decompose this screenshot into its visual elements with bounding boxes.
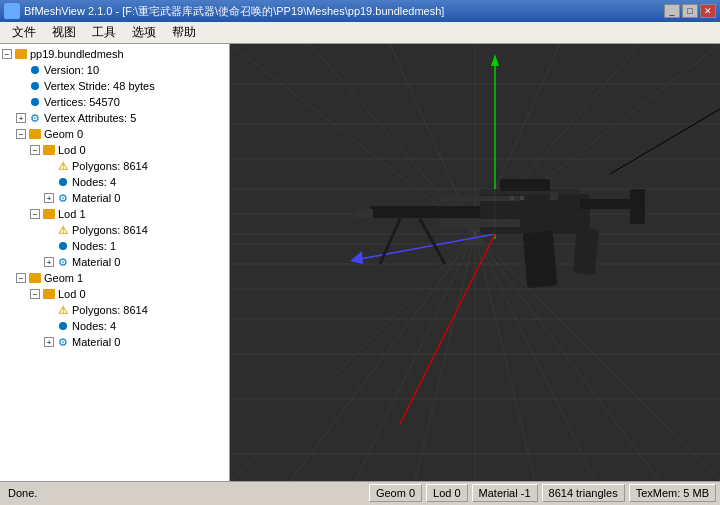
- svg-rect-43: [440, 196, 520, 201]
- menu-help[interactable]: 帮助: [164, 22, 204, 43]
- tree-node-root[interactable]: −pp19.bundledmesh: [2, 46, 227, 62]
- node-label-poly0: Polygons: 8614: [72, 160, 148, 172]
- tree-panel[interactable]: −pp19.bundledmeshVersion: 10Vertex Strid…: [0, 44, 230, 481]
- cog-icon: ⚙: [58, 192, 68, 205]
- cog-icon: ⚙: [30, 112, 40, 125]
- node-icon-version: [28, 63, 42, 77]
- svg-rect-45: [500, 179, 550, 191]
- node-label-nodes1: Nodes: 1: [72, 240, 116, 252]
- tree-node-mat0g1[interactable]: +⚙Material 0: [2, 334, 227, 350]
- node-icon-geom1: [28, 271, 42, 285]
- tree-node-nodes1[interactable]: Nodes: 1: [2, 238, 227, 254]
- tree-node-mat0[interactable]: +⚙Material 0: [2, 190, 227, 206]
- menu-tools[interactable]: 工具: [84, 22, 124, 43]
- folder-icon: [43, 209, 55, 219]
- node-icon-nodes1: [56, 239, 70, 253]
- close-button[interactable]: ✕: [700, 4, 716, 18]
- node-label-mat0g1: Material 0: [72, 336, 120, 348]
- node-label-lod0: Lod 0: [58, 144, 86, 156]
- window-controls: _ □ ✕: [664, 4, 716, 18]
- maximize-button[interactable]: □: [682, 4, 698, 18]
- node-icon-lod0: [42, 143, 56, 157]
- expand-btn-root[interactable]: −: [2, 49, 12, 59]
- node-label-version: Version: 10: [44, 64, 99, 76]
- svg-rect-49: [550, 192, 558, 200]
- node-icon-root: [14, 47, 28, 61]
- node-label-mat1: Material 0: [72, 256, 120, 268]
- svg-rect-48: [355, 209, 373, 218]
- node-label-lod1: Lod 1: [58, 208, 86, 220]
- node-icon-lod0g1: [42, 287, 56, 301]
- dot-icon: [31, 82, 39, 90]
- expand-btn-geom1[interactable]: −: [16, 273, 26, 283]
- tree-node-lod0g1[interactable]: −Lod 0: [2, 286, 227, 302]
- svg-rect-50: [510, 196, 514, 200]
- expand-btn-vattrs[interactable]: +: [16, 113, 26, 123]
- svg-rect-40: [523, 231, 558, 288]
- warning-icon: ⚠: [58, 304, 68, 317]
- main-area: −pp19.bundledmeshVersion: 10Vertex Strid…: [0, 44, 720, 481]
- node-icon-mat1: ⚙: [56, 255, 70, 269]
- node-label-geom1: Geom 1: [44, 272, 83, 284]
- node-label-root: pp19.bundledmesh: [30, 48, 124, 60]
- status-bar: Done. Geom 0 Lod 0 Material -1 8614 tria…: [0, 481, 720, 503]
- tree-node-version[interactable]: Version: 10: [2, 62, 227, 78]
- triangles-badge: 8614 triangles: [542, 484, 625, 502]
- node-icon-nodes0g1: [56, 319, 70, 333]
- node-icon-poly0: ⚠: [56, 159, 70, 173]
- node-label-lod0g1: Lod 0: [58, 288, 86, 300]
- tree-node-nodes0g1[interactable]: Nodes: 4: [2, 318, 227, 334]
- tree-node-geom1[interactable]: −Geom 1: [2, 270, 227, 286]
- menu-file[interactable]: 文件: [4, 22, 44, 43]
- viewport[interactable]: .grid-h { stroke: #444; stroke-width: 0.…: [230, 44, 720, 481]
- node-label-nodes0: Nodes: 4: [72, 176, 116, 188]
- title-bar: BfMeshView 2.1.0 - [F:\重宅武器库武器\使命召唤的\PP1…: [0, 0, 720, 22]
- node-icon-poly0g1: ⚠: [56, 303, 70, 317]
- tree-node-lod1[interactable]: −Lod 1: [2, 206, 227, 222]
- expand-btn-lod1[interactable]: −: [30, 209, 40, 219]
- tree-node-geom0[interactable]: −Geom 0: [2, 126, 227, 142]
- tree-node-vattrs[interactable]: +⚙Vertex Attributes: 5: [2, 110, 227, 126]
- node-label-poly0g1: Polygons: 8614: [72, 304, 148, 316]
- node-label-vattrs: Vertex Attributes: 5: [44, 112, 136, 124]
- svg-rect-42: [440, 219, 520, 227]
- tree-node-poly0[interactable]: ⚠Polygons: 8614: [2, 158, 227, 174]
- node-label-poly1: Polygons: 8614: [72, 224, 148, 236]
- tree-node-lod0[interactable]: −Lod 0: [2, 142, 227, 158]
- node-icon-mat0g1: ⚙: [56, 335, 70, 349]
- warning-icon: ⚠: [58, 160, 68, 173]
- node-icon-vstride: [28, 79, 42, 93]
- expand-btn-lod0[interactable]: −: [30, 145, 40, 155]
- tree-node-poly1[interactable]: ⚠Polygons: 8614: [2, 222, 227, 238]
- warning-icon: ⚠: [58, 224, 68, 237]
- expand-btn-lod0g1[interactable]: −: [30, 289, 40, 299]
- node-icon-geom0: [28, 127, 42, 141]
- expand-btn-mat1[interactable]: +: [44, 257, 54, 267]
- node-label-geom0: Geom 0: [44, 128, 83, 140]
- expand-btn-mat0[interactable]: +: [44, 193, 54, 203]
- tree-node-vstride[interactable]: Vertex Stride: 48 bytes: [2, 78, 227, 94]
- minimize-button[interactable]: _: [664, 4, 680, 18]
- window-title: BfMeshView 2.1.0 - [F:\重宅武器库武器\使命召唤的\PP1…: [24, 4, 444, 19]
- expand-btn-mat0g1[interactable]: +: [44, 337, 54, 347]
- folder-icon: [15, 49, 27, 59]
- node-label-vstride: Vertex Stride: 48 bytes: [44, 80, 155, 92]
- tree-node-nodes0[interactable]: Nodes: 4: [2, 174, 227, 190]
- folder-icon: [43, 145, 55, 155]
- node-label-verts: Vertices: 54570: [44, 96, 120, 108]
- node-label-nodes0g1: Nodes: 4: [72, 320, 116, 332]
- dot-icon: [59, 242, 67, 250]
- menu-view[interactable]: 视图: [44, 22, 84, 43]
- tree-node-verts[interactable]: Vertices: 54570: [2, 94, 227, 110]
- menu-options[interactable]: 选项: [124, 22, 164, 43]
- cog-icon: ⚙: [58, 336, 68, 349]
- dot-icon: [31, 98, 39, 106]
- tree-node-mat1[interactable]: +⚙Material 0: [2, 254, 227, 270]
- node-icon-nodes0: [56, 175, 70, 189]
- node-icon-mat0: ⚙: [56, 191, 70, 205]
- tree-node-poly0g1[interactable]: ⚠Polygons: 8614: [2, 302, 227, 318]
- expand-btn-geom0[interactable]: −: [16, 129, 26, 139]
- cog-icon: ⚙: [58, 256, 68, 269]
- node-label-mat0: Material 0: [72, 192, 120, 204]
- folder-icon: [43, 289, 55, 299]
